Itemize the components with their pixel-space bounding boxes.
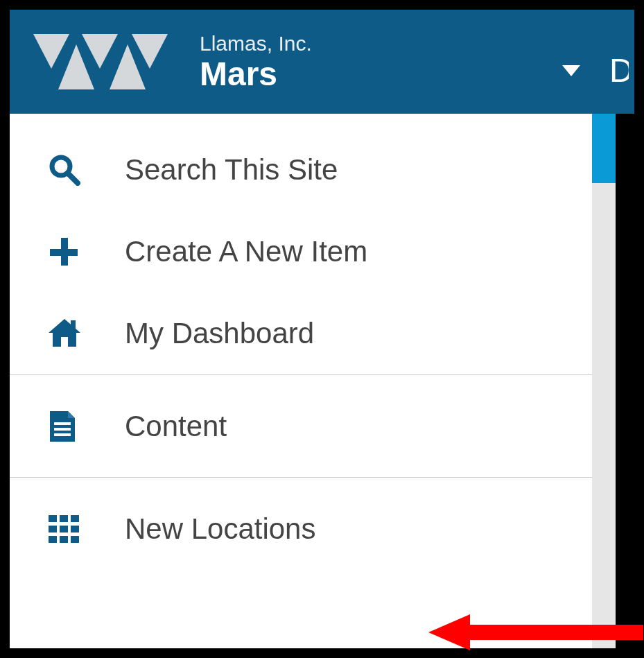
svg-marker-13 bbox=[49, 319, 80, 347]
svg-rect-20 bbox=[71, 515, 79, 522]
svg-line-10 bbox=[68, 173, 78, 183]
sidebar-panel: Search This Site Create A New Item bbox=[10, 114, 592, 648]
search-icon bbox=[49, 154, 90, 186]
accent-bar bbox=[592, 114, 616, 183]
svg-rect-26 bbox=[71, 536, 79, 543]
home-icon bbox=[49, 319, 90, 348]
sidebar-item-dashboard[interactable]: My Dashboard bbox=[10, 293, 592, 374]
sidebar-menu: Search This Site Create A New Item bbox=[10, 114, 592, 580]
svg-rect-17 bbox=[54, 433, 71, 436]
svg-rect-23 bbox=[71, 526, 79, 533]
sidebar-item-label: Create A New Item bbox=[125, 235, 367, 268]
sidebar-item-label: Search This Site bbox=[125, 153, 338, 187]
nav-item-truncated[interactable]: D bbox=[609, 51, 629, 89]
svg-rect-25 bbox=[60, 536, 68, 543]
svg-marker-28 bbox=[428, 614, 470, 650]
sidebar-item-label: New Locations bbox=[125, 512, 315, 546]
svg-rect-18 bbox=[49, 515, 57, 522]
grid-icon bbox=[49, 515, 90, 543]
site-name: Mars bbox=[200, 56, 312, 93]
sidebar-item-new-locations[interactable]: New Locations bbox=[10, 477, 592, 580]
svg-rect-15 bbox=[54, 422, 71, 425]
sidebar-item-content[interactable]: Content bbox=[10, 374, 592, 477]
document-icon bbox=[49, 410, 90, 443]
plus-icon bbox=[49, 236, 90, 267]
sidebar-item-create[interactable]: Create A New Item bbox=[10, 211, 592, 293]
svg-rect-21 bbox=[49, 526, 57, 533]
app-logo bbox=[33, 31, 179, 93]
svg-rect-22 bbox=[60, 526, 68, 533]
sidebar-item-label: Content bbox=[125, 410, 227, 443]
sidebar-item-search[interactable]: Search This Site bbox=[10, 129, 592, 211]
svg-marker-3 bbox=[82, 34, 118, 69]
caret-down-icon[interactable] bbox=[562, 65, 580, 79]
sidebar-item-label: My Dashboard bbox=[125, 317, 314, 350]
site-selector[interactable]: Llamas, Inc. Mars bbox=[200, 31, 312, 93]
org-name: Llamas, Inc. bbox=[200, 31, 312, 56]
svg-rect-19 bbox=[60, 515, 68, 522]
svg-rect-24 bbox=[49, 536, 57, 543]
annotation-arrow-icon bbox=[428, 612, 643, 656]
app-header: Llamas, Inc. Mars D bbox=[10, 10, 634, 114]
svg-rect-12 bbox=[50, 249, 78, 256]
svg-marker-6 bbox=[132, 34, 168, 69]
scroll-track[interactable] bbox=[592, 183, 616, 648]
svg-marker-8 bbox=[562, 65, 580, 76]
svg-marker-7 bbox=[110, 44, 146, 89]
svg-rect-16 bbox=[54, 428, 71, 431]
svg-rect-14 bbox=[71, 320, 76, 329]
